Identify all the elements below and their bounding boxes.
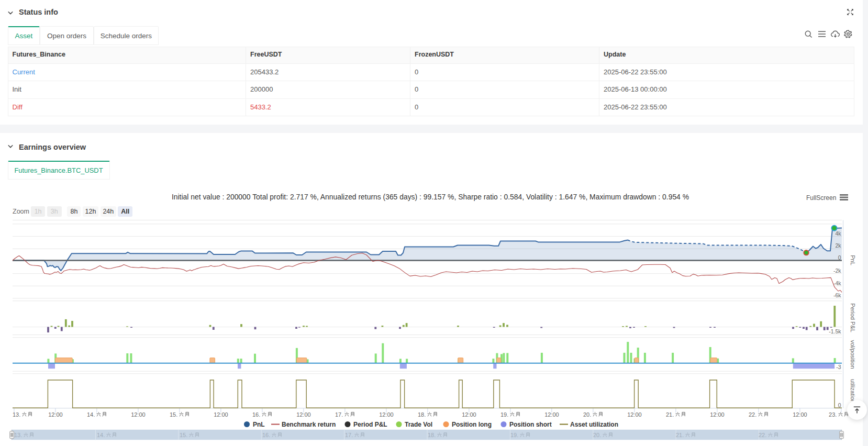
svg-text:16.: 16. <box>252 411 260 418</box>
svg-text:12:00: 12:00 <box>627 411 642 418</box>
svg-text:4k: 4k <box>835 230 841 237</box>
svg-text:15.: 15. <box>170 411 177 418</box>
svg-text:utilization: utilization <box>850 379 856 403</box>
svg-text:18.: 18. <box>428 432 436 438</box>
svg-text:12:00: 12:00 <box>710 411 725 418</box>
svg-text:Period P&L: Period P&L <box>353 421 387 428</box>
svg-text:22.: 22. <box>759 432 766 438</box>
svg-text:17.: 17. <box>335 411 343 418</box>
svg-text:PnL: PnL <box>253 421 265 428</box>
svg-text:12:00: 12:00 <box>379 411 394 418</box>
svg-text:14.: 14. <box>87 411 95 418</box>
svg-text:21.: 21. <box>666 411 674 418</box>
svg-text:16.: 16. <box>262 432 270 438</box>
svg-text:12:00: 12:00 <box>214 411 228 418</box>
svg-text:12:00: 12:00 <box>131 411 146 418</box>
svg-text:20.: 20. <box>593 432 601 438</box>
svg-text:-4k: -4k <box>833 280 841 286</box>
svg-text:15.: 15. <box>180 432 187 438</box>
svg-text:12:00: 12:00 <box>544 411 559 418</box>
svg-text:-1.5k: -1.5k <box>829 328 841 334</box>
svg-text:12:00: 12:00 <box>48 411 63 418</box>
svg-text:22.: 22. <box>749 411 756 418</box>
svg-text:19.: 19. <box>500 411 508 418</box>
svg-text:2k: 2k <box>835 242 841 249</box>
svg-text:13.: 13. <box>14 432 22 438</box>
svg-text:-3: -3 <box>836 364 841 370</box>
svg-text:14.: 14. <box>97 432 105 438</box>
svg-text:13.: 13. <box>13 411 20 418</box>
svg-text:18.: 18. <box>418 411 426 418</box>
svg-text:Benchmark return: Benchmark return <box>282 421 336 428</box>
svg-text:12:00: 12:00 <box>296 411 311 418</box>
svg-text:12:00: 12:00 <box>462 411 476 418</box>
svg-text:Position short: Position short <box>509 421 552 428</box>
svg-text:0: 0 <box>838 402 841 408</box>
svg-text:vol/position: vol/position <box>850 340 856 369</box>
svg-text:Position long: Position long <box>452 421 492 428</box>
svg-text:21.: 21. <box>676 432 684 438</box>
svg-text:19.: 19. <box>510 432 518 438</box>
svg-text:Period P&L: Period P&L <box>850 303 856 332</box>
svg-text:PnL: PnL <box>850 255 856 265</box>
svg-text:20.: 20. <box>583 411 591 418</box>
svg-text:12:00: 12:00 <box>793 411 807 418</box>
svg-text:17.: 17. <box>345 432 353 438</box>
svg-text:-2k: -2k <box>833 267 841 274</box>
svg-text:23.: 23. <box>829 411 837 418</box>
svg-text:Trade Vol: Trade Vol <box>405 421 432 428</box>
svg-text:-6k: -6k <box>833 292 841 298</box>
svg-text:Asset utilization: Asset utilization <box>570 421 618 428</box>
svg-text:0: 0 <box>838 254 841 261</box>
